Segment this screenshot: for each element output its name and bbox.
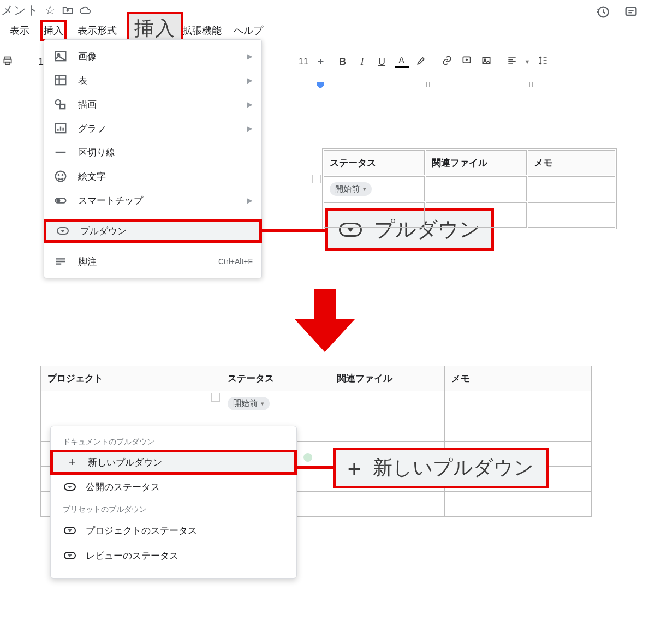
menu-item-emoji[interactable]: 絵文字 — [44, 164, 261, 188]
menu-help[interactable]: ヘルプ — [233, 22, 264, 39]
popup-section-header: ドキュメントのプルダウン — [51, 432, 296, 450]
linespacing-button[interactable] — [535, 55, 550, 69]
emoji-icon — [53, 169, 68, 184]
menu-item-drawing[interactable]: 描画 ▶ — [44, 92, 261, 116]
title-bar: メント ☆ — [1, 2, 91, 19]
popup-item-label: 公開のステータス — [86, 481, 160, 493]
menu-view[interactable]: 表示 — [9, 22, 31, 39]
chip-green-icon — [303, 453, 312, 462]
svg-marker-8 — [317, 82, 324, 88]
history-icon[interactable] — [595, 4, 610, 20]
popup-item-label: 新しいプルダウン — [88, 456, 162, 469]
status-chip[interactable]: 開始前▾ — [228, 397, 270, 410]
print-icon[interactable] — [2, 56, 13, 68]
menu-item-pulldown[interactable]: プルダウン — [44, 219, 262, 243]
table-cell[interactable] — [528, 176, 615, 201]
pulldown-icon — [55, 223, 70, 238]
submenu-arrow-icon: ▶ — [247, 52, 253, 61]
table-cell[interactable] — [324, 202, 425, 228]
table-header: プロジェクト — [41, 366, 221, 391]
table-header: ステータス — [221, 366, 330, 391]
menu-divider — [44, 216, 261, 216]
star-icon[interactable]: ☆ — [44, 4, 56, 16]
svg-point-20 — [58, 175, 59, 175]
svg-marker-24 — [295, 289, 355, 352]
cell-corner-handle[interactable] — [211, 393, 220, 402]
popup-item-project-status[interactable]: プロジェクトのステータス — [51, 518, 296, 543]
text-color-button[interactable]: A — [395, 56, 409, 68]
table-header: 関連ファイル — [426, 150, 527, 175]
move-folder-icon[interactable] — [62, 4, 74, 16]
pulldown-icon — [63, 483, 77, 491]
divider — [330, 55, 330, 68]
smartchip-icon — [53, 193, 68, 208]
underline-button[interactable]: U — [375, 56, 389, 68]
svg-rect-6 — [483, 57, 490, 64]
font-size-plus[interactable]: + — [318, 56, 324, 68]
menu-item-label: 脚注 — [78, 255, 97, 268]
table-cell[interactable]: 開始前▾ — [324, 176, 425, 201]
insert-image-button[interactable] — [479, 55, 493, 69]
highlight-button[interactable] — [414, 55, 428, 69]
ruler-tab-icon[interactable] — [425, 81, 432, 88]
table-cell[interactable] — [445, 391, 592, 416]
plus-icon: + — [65, 455, 79, 469]
table-cell[interactable]: 開始前▾ — [221, 391, 330, 416]
menu-extensions[interactable]: 拡張機能 — [181, 22, 223, 39]
comment-icon[interactable] — [623, 4, 639, 20]
svg-rect-15 — [56, 76, 66, 85]
table-header: メモ — [445, 366, 592, 391]
menu-item-label: プルダウン — [80, 225, 127, 237]
menu-item-label: 描画 — [78, 98, 97, 111]
svg-rect-9 — [426, 82, 427, 87]
menu-item-hr[interactable]: 区切り線 — [44, 140, 261, 164]
table-cell[interactable] — [41, 391, 221, 416]
menu-shortcut: Ctrl+Alt+F — [218, 257, 253, 266]
menu-item-footnote[interactable]: 脚注 Ctrl+Alt+F — [44, 249, 261, 273]
flow-arrow-icon — [289, 289, 360, 355]
font-size[interactable]: 11 — [295, 55, 312, 69]
svg-point-21 — [62, 175, 63, 175]
svg-rect-10 — [429, 82, 430, 87]
table-header: ステータス — [324, 150, 425, 175]
menu-item-image[interactable]: 画像 ▶ — [44, 44, 261, 68]
new-pulldown-callout: + 新しいプルダウン — [333, 448, 549, 488]
ruler-marker-icon[interactable] — [315, 81, 325, 88]
bold-button[interactable]: B — [336, 56, 350, 68]
link-button[interactable] — [440, 55, 454, 69]
image-icon — [53, 49, 68, 64]
popup-item-release-status[interactable]: 公開のステータス — [51, 474, 296, 499]
cloud-icon[interactable] — [79, 4, 91, 16]
menu-format[interactable]: 表示形式 — [76, 22, 118, 39]
connector-line — [261, 229, 325, 232]
menu-item-table[interactable]: 表 ▶ — [44, 68, 261, 92]
ruler-tab-icon[interactable] — [527, 81, 535, 88]
dropdown-caret-icon: ▼ — [525, 58, 531, 65]
pulldown-icon — [63, 527, 77, 534]
menu-item-label: 表 — [78, 74, 87, 87]
submenu-arrow-icon: ▶ — [247, 196, 253, 205]
popup-item-new-pulldown[interactable]: + 新しいプルダウン — [50, 450, 297, 475]
table-cell[interactable] — [330, 391, 445, 416]
status-chip[interactable]: 開始前▾ — [330, 182, 372, 196]
align-button[interactable] — [505, 55, 519, 69]
menu-insert[interactable]: 挿入 — [40, 20, 67, 41]
menu-item-smartchip[interactable]: スマートチップ ▶ — [44, 188, 261, 212]
popup-item-review-status[interactable]: レビューのステータス — [51, 543, 296, 568]
popup-item-label: プロジェクトのステータス — [86, 524, 197, 537]
svg-rect-12 — [532, 82, 533, 87]
submenu-arrow-icon: ▶ — [247, 100, 253, 109]
add-comment-button[interactable] — [460, 55, 474, 69]
chart-icon — [53, 121, 68, 136]
divider — [434, 55, 434, 68]
table-cell[interactable] — [426, 176, 527, 201]
popup-section-header: プリセットのプルダウン — [51, 499, 296, 518]
italic-button[interactable]: I — [355, 56, 370, 68]
svg-rect-1 — [626, 8, 636, 15]
doc-table-top: ステータス 関連ファイル メモ 開始前▾ — [322, 148, 617, 229]
menu-item-label: スマートチップ — [78, 194, 143, 207]
cell-corner-handle[interactable] — [312, 175, 321, 183]
svg-point-23 — [57, 199, 60, 202]
menu-item-chart[interactable]: グラフ ▶ — [44, 116, 261, 140]
connector-line — [295, 466, 333, 469]
